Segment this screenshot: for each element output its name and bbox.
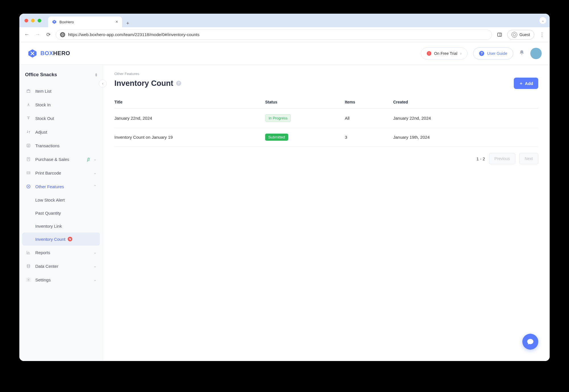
sidebar: Office Snacks ▴▾ ‹ Item List Stock In St… xyxy=(19,65,103,361)
reload-button[interactable]: ⟳ xyxy=(45,31,52,38)
chat-icon xyxy=(527,338,534,345)
plus-icon: ＋ xyxy=(519,81,523,86)
sidebar-subitem-inventory-link[interactable]: Inventory Link xyxy=(22,219,100,233)
chevron-down-icon: ⌄ xyxy=(94,157,96,161)
page-title: Inventory Count ? xyxy=(114,79,181,88)
team-selector[interactable]: Office Snacks ▴▾ xyxy=(22,69,100,81)
sidebar-item-label: Purchase & Sales xyxy=(35,157,82,162)
user-guide-button[interactable]: ? User Guide xyxy=(473,47,513,59)
sidebar-item-stock-in[interactable]: Stock In xyxy=(22,98,100,111)
sidebar-subitem-low-stock-alert[interactable]: Low Stock Alert xyxy=(22,193,100,206)
pagination: 1 - 2 Previous Next xyxy=(114,147,538,171)
sidebar-item-reports[interactable]: Reports ⌄ xyxy=(22,246,100,259)
chevron-down-icon: ⌄ xyxy=(94,250,96,254)
sidebar-item-label: Stock In xyxy=(35,102,96,107)
chevron-down-icon: ⌄ xyxy=(94,278,96,282)
svg-rect-5 xyxy=(27,90,30,92)
logo[interactable]: BOXHERO xyxy=(27,48,70,59)
user-avatar[interactable] xyxy=(530,48,542,59)
close-window[interactable] xyxy=(24,19,28,22)
tabs-dropdown[interactable]: ⌄ xyxy=(539,17,546,24)
sidebar-item-data-center[interactable]: Data Center ⌄ xyxy=(22,259,100,273)
sidebar-item-print-barcode[interactable]: Print Barcode ⌄ xyxy=(22,166,100,180)
add-label: Add xyxy=(525,81,533,86)
column-status[interactable]: Status xyxy=(265,100,345,104)
profile-button[interactable]: Guest xyxy=(507,30,534,40)
free-trial-button[interactable]: ! On Free Trial › xyxy=(421,47,467,59)
url-text: https://web.boxhero-app.com/team/223118/… xyxy=(68,32,199,37)
new-badge-icon: N xyxy=(68,237,72,241)
sidebar-item-transactions[interactable]: Transactions xyxy=(22,139,100,152)
list-icon xyxy=(26,143,31,148)
status-badge: In Progress xyxy=(265,114,291,122)
alert-icon: ! xyxy=(427,51,431,56)
column-items[interactable]: Items xyxy=(345,100,393,104)
forward-button[interactable]: → xyxy=(34,31,41,38)
database-icon xyxy=(26,263,31,269)
sidebar-subitem-label: Low Stock Alert xyxy=(35,198,65,202)
browser-menu-button[interactable]: ⋮ xyxy=(538,31,546,38)
svg-point-10 xyxy=(27,264,30,266)
help-icon[interactable]: ? xyxy=(176,81,181,86)
profile-label: Guest xyxy=(519,32,530,37)
sidebar-item-other-features[interactable]: Other Features ⌃ xyxy=(22,180,100,193)
user-guide-label: User Guide xyxy=(487,51,507,56)
favicon-icon xyxy=(52,20,57,24)
app-header: BOXHERO ! On Free Trial › ? User Guide xyxy=(19,42,550,65)
sidebar-item-label: Transactions xyxy=(35,143,96,148)
sidebar-subitem-inventory-count[interactable]: Inventory Count N xyxy=(22,233,100,246)
tab-title: BoxHero xyxy=(59,20,74,24)
panel-icon[interactable] xyxy=(496,31,503,38)
table-row[interactable]: January 22nd, 2024 In Progress All Janua… xyxy=(114,109,538,128)
cell-title: January 22nd, 2024 xyxy=(114,116,265,121)
sidebar-item-settings[interactable]: Settings ⌄ xyxy=(22,273,100,287)
team-name: Office Snacks xyxy=(25,72,57,78)
chevron-down-icon: ⌄ xyxy=(94,264,96,268)
sidebar-item-purchase-sales[interactable]: Purchase & Sales β ⌄ xyxy=(22,152,100,166)
back-button[interactable]: ← xyxy=(23,31,30,38)
minimize-window[interactable] xyxy=(31,19,35,22)
close-tab-icon[interactable]: × xyxy=(116,19,118,24)
sidebar-item-adjust[interactable]: Adjust xyxy=(22,125,100,139)
sidebar-item-label: Data Center xyxy=(35,264,90,269)
site-info-icon[interactable] xyxy=(60,32,65,37)
sidebar-item-label: Reports xyxy=(35,250,90,255)
next-button[interactable]: Next xyxy=(519,153,538,164)
new-tab-button[interactable]: + xyxy=(124,19,132,27)
cell-created: January 19th, 2024 xyxy=(393,135,538,140)
sidebar-item-label: Item List xyxy=(35,89,96,94)
previous-button[interactable]: Previous xyxy=(489,153,515,164)
sidebar-subitem-label: Inventory Count xyxy=(35,237,65,242)
table-row[interactable]: Inventory Count on January 19 Submitted … xyxy=(114,128,538,147)
main-content: Other Features Inventory Count ? ＋ Add T… xyxy=(103,65,550,361)
logo-text: BOXHERO xyxy=(40,50,70,57)
notifications-icon[interactable] xyxy=(519,50,525,57)
address-bar[interactable]: https://web.boxhero-app.com/team/223118/… xyxy=(56,30,492,40)
add-button[interactable]: ＋ Add xyxy=(514,78,538,89)
sidebar-item-item-list[interactable]: Item List xyxy=(22,84,100,98)
cell-items: 3 xyxy=(345,135,393,140)
sidebar-subitem-label: Inventory Link xyxy=(35,224,62,229)
column-title[interactable]: Title xyxy=(114,100,265,104)
pagination-info: 1 - 2 xyxy=(477,156,485,161)
svg-point-11 xyxy=(28,279,29,280)
document-icon xyxy=(26,156,31,162)
sidebar-item-stock-out[interactable]: Stock Out xyxy=(22,111,100,125)
chat-fab[interactable] xyxy=(522,334,538,350)
help-icon: ? xyxy=(479,51,484,56)
team-switch-icon: ▴▾ xyxy=(95,73,97,77)
browser-toolbar: ← → ⟳ https://web.boxhero-app.com/team/2… xyxy=(19,27,550,42)
sidebar-subitem-past-quantity[interactable]: Past Quantity xyxy=(22,206,100,219)
chevron-up-icon: ⌃ xyxy=(94,184,96,188)
upload-icon xyxy=(26,115,31,121)
inventory-count-table: Title Status Items Created January 22nd,… xyxy=(114,96,538,147)
maximize-window[interactable] xyxy=(38,19,41,22)
column-created[interactable]: Created xyxy=(393,100,538,104)
cell-title: Inventory Count on January 19 xyxy=(114,135,265,140)
breadcrumb: Other Features xyxy=(114,72,538,76)
browser-tab[interactable]: BoxHero × xyxy=(48,16,122,27)
box-icon xyxy=(26,88,31,94)
barcode-icon xyxy=(26,170,31,176)
logo-icon xyxy=(27,48,38,59)
chevron-down-icon: ⌄ xyxy=(94,171,96,175)
